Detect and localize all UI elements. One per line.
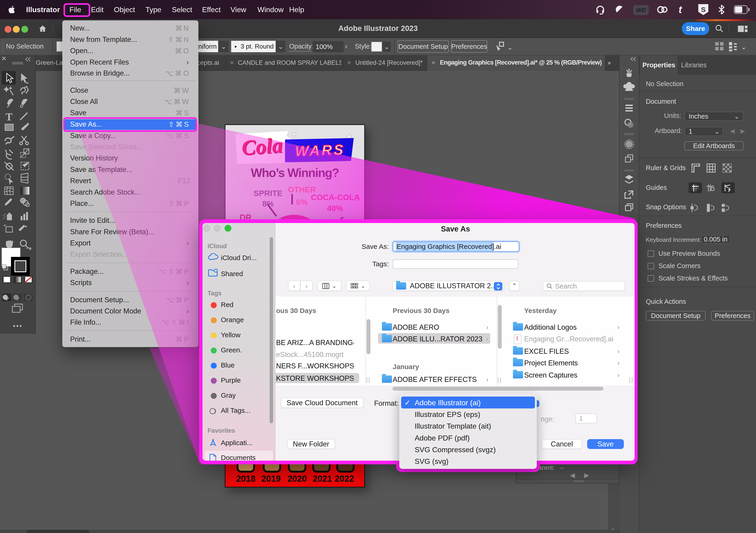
svg-text:T: T (6, 111, 13, 123)
